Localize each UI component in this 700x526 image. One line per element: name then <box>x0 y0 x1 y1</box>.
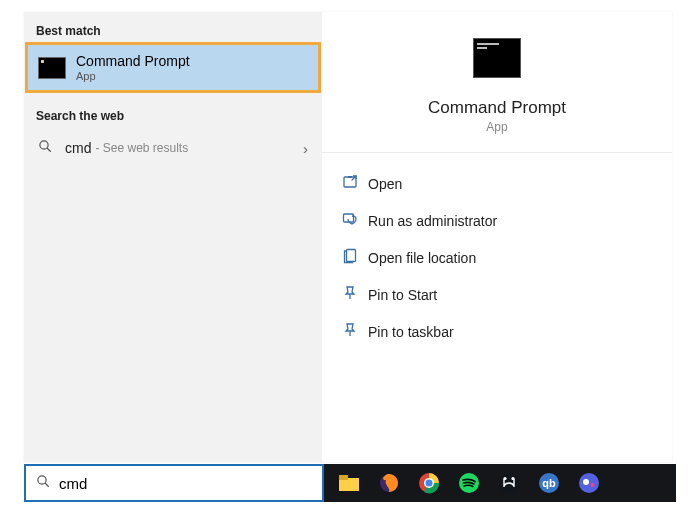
action-open-label: Open <box>368 176 402 192</box>
action-open[interactable]: Open <box>322 165 672 202</box>
best-match-title: Command Prompt <box>76 53 190 70</box>
preview-title: Command Prompt <box>322 98 672 118</box>
pin-icon <box>342 322 368 341</box>
search-icon <box>38 139 53 157</box>
action-open-file-location-label: Open file location <box>368 250 476 266</box>
svg-point-18 <box>511 477 514 480</box>
folder-icon <box>342 248 368 267</box>
cmd-large-icon <box>473 38 521 78</box>
search-results-panel: Best match Command Prompt App Search the… <box>24 12 672 462</box>
taskbar-chrome-icon[interactable] <box>418 472 440 494</box>
action-pin-taskbar[interactable]: Pin to taskbar <box>322 313 672 350</box>
svg-line-8 <box>45 483 49 487</box>
web-suffix-text: - See web results <box>95 141 188 155</box>
shield-admin-icon <box>342 211 368 230</box>
best-match-section-label: Best match <box>24 20 322 42</box>
svg-text:qb: qb <box>542 477 556 489</box>
svg-rect-10 <box>339 475 348 480</box>
svg-point-22 <box>583 479 589 485</box>
taskbar-firefox-icon[interactable] <box>378 472 400 494</box>
cmd-icon <box>38 57 66 79</box>
action-run-as-admin[interactable]: Run as administrator <box>322 202 672 239</box>
svg-point-14 <box>426 480 433 487</box>
taskbar-app2-icon[interactable] <box>578 472 600 494</box>
start-search-panel: Best match Command Prompt App Search the… <box>0 0 700 526</box>
svg-line-1 <box>47 148 51 152</box>
chevron-right-icon: › <box>303 140 308 157</box>
svg-point-23 <box>591 483 595 487</box>
taskbar-spotify-icon[interactable] <box>458 472 480 494</box>
svg-point-0 <box>40 141 48 149</box>
action-pin-start-label: Pin to Start <box>368 287 437 303</box>
best-match-item[interactable]: Command Prompt App <box>25 42 321 93</box>
taskbar-qbittorrent-icon[interactable]: qb <box>538 472 560 494</box>
taskbar-file-explorer-icon[interactable] <box>338 472 360 494</box>
best-match-subtitle: App <box>76 70 190 82</box>
best-match-text: Command Prompt App <box>76 53 190 82</box>
svg-point-17 <box>503 477 506 480</box>
action-open-file-location[interactable]: Open file location <box>322 239 672 276</box>
search-web-section-label: Search the web <box>24 105 322 127</box>
svg-point-7 <box>38 476 46 484</box>
action-pin-taskbar-label: Pin to taskbar <box>368 324 454 340</box>
svg-rect-4 <box>347 250 356 262</box>
taskbar: qb <box>324 464 676 502</box>
web-query-text: cmd <box>65 140 91 156</box>
web-result-row[interactable]: cmd - See web results › <box>24 127 322 169</box>
action-run-as-admin-label: Run as administrator <box>368 213 497 229</box>
preview-header: Command Prompt App <box>322 12 672 153</box>
search-input[interactable] <box>59 475 312 492</box>
preview-actions: Open Run as administrator Open file loca… <box>322 153 672 362</box>
action-pin-start[interactable]: Pin to Start <box>322 276 672 313</box>
taskbar-app-icon[interactable] <box>498 472 520 494</box>
svg-point-21 <box>579 473 599 493</box>
search-icon <box>36 474 51 492</box>
preview-subtitle: App <box>322 120 672 134</box>
preview-column: Command Prompt App Open Run as administr… <box>322 12 672 462</box>
results-left-column: Best match Command Prompt App Search the… <box>24 12 322 462</box>
pin-icon <box>342 285 368 304</box>
open-icon <box>342 174 368 193</box>
taskbar-search-box[interactable] <box>24 464 324 502</box>
